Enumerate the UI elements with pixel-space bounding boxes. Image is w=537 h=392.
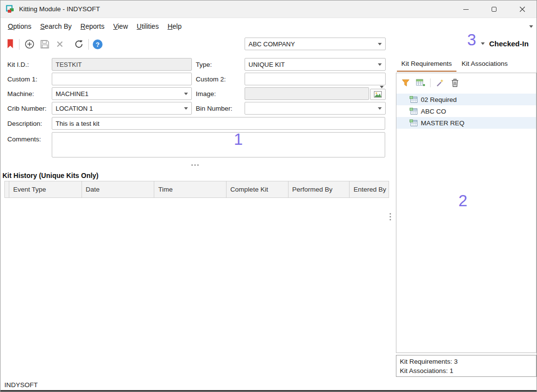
vertical-splitter-grip[interactable] [390, 213, 391, 220]
chevron-down-icon [378, 63, 382, 66]
menu-overflow-chevron-icon[interactable] [529, 25, 533, 28]
refresh-button[interactable] [74, 39, 83, 49]
add-icon [25, 39, 34, 49]
type-select-value: UNIQUE KIT [248, 61, 285, 68]
menubar: Options Search By Reports View Utilities… [0, 19, 537, 34]
kit-grid-icon [410, 96, 418, 103]
image-label: Image: [196, 90, 216, 98]
cancel-button[interactable] [56, 40, 63, 48]
column-header-entered-by[interactable]: Entered By [350, 181, 389, 197]
image-picker-button[interactable] [370, 89, 386, 100]
list-item-label: 02 Required [421, 96, 457, 103]
image-options-chevron-icon[interactable] [380, 86, 384, 88]
custom1-label: Custom 1: [7, 76, 38, 83]
tab-kit-requirements[interactable]: Kit Requirements [397, 57, 456, 72]
chevron-down-icon [481, 42, 485, 45]
tab-kit-associations[interactable]: Kit Associations [457, 57, 513, 72]
window-bottom-edge [0, 390, 537, 392]
help-button[interactable] [93, 39, 103, 49]
help-icon [93, 39, 103, 49]
crib-number-label: Crib Number: [7, 105, 46, 112]
window-title: Kitting Module - INDYSOFT [19, 5, 100, 13]
filter-button[interactable] [402, 79, 410, 87]
summary-kit-requirements: Kit Requirements: 3 [400, 357, 533, 366]
chevron-down-icon [184, 93, 188, 95]
titlebar: Kitting Module - INDYSOFT [0, 0, 537, 18]
bookmark-button[interactable] [7, 39, 14, 49]
toolbar-separator [430, 78, 431, 87]
filter-icon [402, 79, 410, 87]
kit-id-field [52, 58, 192, 71]
kit-history-table: Event Type Date Time Complete Kit Perfor… [4, 181, 389, 198]
kit-requirements-panel: 02 Required ABC CO MASTER REQ [396, 73, 537, 353]
machine-label: Machine: [7, 90, 34, 98]
list-item[interactable]: ABC CO [396, 105, 536, 117]
custom2-field[interactable] [245, 73, 386, 85]
list-item[interactable]: 02 Required [396, 94, 536, 105]
kit-grid-icon [410, 119, 418, 127]
horizontal-splitter-grip[interactable] [191, 164, 199, 166]
column-header-date[interactable]: Date [82, 181, 155, 197]
add-record-button[interactable] [25, 39, 34, 49]
company-select[interactable]: ABC COMPANY [245, 38, 386, 50]
column-header-complete-kit[interactable]: Complete Kit [227, 181, 289, 197]
custom1-field[interactable] [52, 73, 192, 85]
description-field[interactable] [52, 117, 385, 130]
machine-select[interactable]: MACHINE1 [52, 87, 192, 100]
menu-utilities[interactable]: Utilities [132, 20, 163, 33]
checkin-status-dropdown[interactable]: Checked-In [481, 39, 529, 48]
kit-history-header-row: Event Type Date Time Complete Kit Perfor… [4, 181, 389, 198]
comments-field[interactable] [52, 132, 385, 157]
magic-wand-icon [435, 78, 445, 88]
kit-grid-icon [410, 108, 418, 115]
type-select[interactable]: UNIQUE KIT [245, 58, 386, 71]
annotation-1: 1 [234, 130, 243, 149]
image-icon [374, 91, 382, 98]
row-indicator-column [5, 181, 9, 197]
bin-number-select[interactable] [245, 102, 386, 115]
chevron-down-icon [378, 107, 382, 110]
window-controls [452, 0, 537, 18]
chevron-down-icon [184, 107, 188, 110]
bin-number-label: Bin Number: [196, 105, 232, 112]
list-item-label: MASTER REQ [421, 119, 464, 127]
annotation-2: 2 [458, 192, 467, 210]
menu-help[interactable]: Help [163, 20, 186, 33]
grid-add-icon [416, 79, 425, 87]
menu-options[interactable]: Options [3, 20, 36, 33]
save-button[interactable] [40, 39, 49, 49]
save-icon [40, 39, 49, 49]
menu-view[interactable]: View [109, 20, 132, 33]
cancel-icon [56, 40, 63, 48]
close-icon [519, 6, 525, 12]
magic-wand-button[interactable] [435, 78, 445, 88]
column-header-time[interactable]: Time [154, 181, 227, 197]
toolbar-separator [19, 39, 20, 50]
list-item[interactable]: MASTER REQ [396, 117, 536, 129]
maximize-button[interactable] [480, 0, 508, 18]
crib-number-select[interactable]: LOCATION 1 [52, 102, 192, 115]
crib-number-value: LOCATION 1 [56, 105, 93, 112]
menu-reports[interactable]: Reports [76, 20, 109, 33]
grid-add-button[interactable] [416, 79, 425, 87]
delete-requirement-button[interactable] [451, 78, 459, 87]
bookmark-icon [7, 39, 14, 49]
refresh-icon [74, 39, 83, 49]
app-icon [5, 4, 15, 14]
menu-search-by[interactable]: Search By [36, 20, 76, 33]
annotation-3: 3 [467, 31, 476, 49]
type-label: Type: [196, 61, 212, 68]
kit-id-label: Kit I.D.: [7, 61, 29, 68]
column-header-event-type[interactable]: Event Type [9, 181, 82, 197]
column-header-performed-by[interactable]: Performed By [289, 181, 350, 197]
requirements-list: 02 Required ABC CO MASTER REQ [396, 94, 536, 129]
minimize-icon [463, 9, 469, 10]
statusbar-text: INDYSOFT [4, 381, 38, 389]
description-label: Description: [7, 120, 42, 127]
requirements-tabs: Kit Requirements Kit Associations [397, 57, 512, 72]
chevron-down-icon [378, 43, 382, 45]
summary-kit-associations: Kit Associations: 1 [400, 366, 533, 375]
close-button[interactable] [508, 0, 537, 18]
requirements-summary: Kit Requirements: 3 Kit Associations: 1 [396, 355, 537, 377]
minimize-button[interactable] [452, 0, 480, 18]
